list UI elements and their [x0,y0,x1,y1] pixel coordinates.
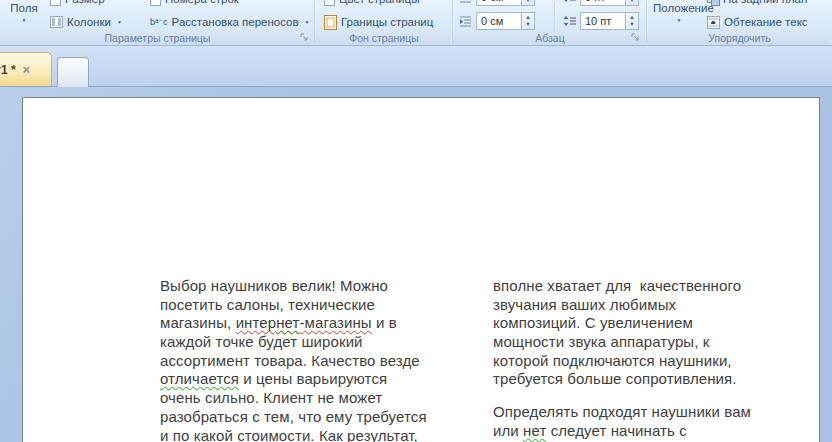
indent-left-spinner[interactable]: 0 см▲▼ [459,11,535,31]
grammar-word: нет [276,314,299,331]
grammar-word: нет [523,422,546,439]
text-line: звучания ваших любимых [493,296,801,315]
indent-icon [459,0,472,3]
chevron-down-icon: ▼ [117,12,122,32]
document-area: Выбор наушников велик! Можнопосетить сал… [0,87,832,442]
text-line: ассортимент товара. Качество везде [160,352,468,371]
spacing-icon [563,15,576,27]
size-button[interactable]: Размер [50,0,105,9]
text-line: и по какой стоимости. Как результат, [160,427,468,442]
page-borders-button[interactable]: Границы страниц [324,12,433,32]
document-tab-bar: т1 * × [0,46,832,87]
new-document-tab[interactable] [57,57,89,87]
chevron-down-icon: ▼ [653,17,705,23]
hyphenation-button[interactable]: bᵃ⁻c Расстановка переносов ▼ [150,12,310,32]
spacing-after-spinner[interactable]: 10 пт▲▼ [563,11,639,31]
ribbon-group-page-setup: Поля ▼ Размер Колонки ▼ Номера строк [0,0,315,45]
grammar-word: отличается [160,370,239,387]
text-column-left[interactable]: Выбор наушников велик! Можнопосетить сал… [160,277,468,442]
page-borders-icon [324,15,337,30]
text-column-right[interactable]: вполне хватает для качественногозвучания… [493,277,801,442]
indent-icon [459,15,472,27]
ribbon-group-paragraph: 0 см▲▼ 0 см▲▼ 0 пт▲▼ [453,0,647,45]
group-label-page-setup: Параметры страницы [0,32,315,44]
send-to-back-icon [707,0,719,4]
line-numbers-icon [150,0,161,6]
spinner-arrows[interactable]: ▲▼ [625,13,638,29]
paragraph: Определять подходят наушники вамили нет … [493,403,801,442]
spinner-arrows[interactable]: ▲▼ [521,13,534,29]
spin-up-icon: ▲ [626,14,638,21]
text-line: Определять подходят наушники вам [493,403,801,422]
close-icon[interactable]: × [23,62,31,77]
spin-down-icon: ▼ [626,21,638,28]
group-label-paragraph: Абзац [453,32,647,44]
spin-down-icon: ▼ [522,21,534,28]
paragraph: вполне хватает для качественногозвучания… [493,277,801,389]
group-label-arrange: Упорядочить [647,32,832,44]
indent-value: 0 см [477,13,521,29]
document-tab-active[interactable]: т1 * × [0,52,52,86]
spacing-icon [563,0,576,3]
text-line: или нет следует начинать с [493,422,801,441]
text-line: каждой точке будет широкий [160,333,468,352]
group-label-page-background: Фон страницы [315,32,453,44]
paragraph: Выбор наушников велик! Можнопосетить сал… [160,277,468,442]
margins-label: Поля [10,2,37,14]
dialog-launcher-icon[interactable] [300,33,309,42]
text-line: отличается и цены варьируются [160,370,468,389]
text-line: разобраться с тем, что ему требуется [160,408,468,427]
text-line: очень сильно. Клиент не может [160,389,468,408]
text-wrapping-button[interactable]: Обтекание текс [707,12,808,32]
columns-button[interactable]: Колонки ▼ [50,12,122,32]
text-line: требуется больше сопротивления. [493,370,801,389]
text-line: вполне хватает для качественного [493,277,801,296]
ribbon-group-page-background: Цвет страницы Границы страниц Фон страни… [315,0,453,45]
text-wrapping-icon [707,16,720,29]
indent-left-spinner-cut[interactable]: 0 см▲▼ [459,0,535,7]
page-size-icon [50,0,61,6]
text-line: магазины, интернет-магазины и в [160,314,468,333]
hyphenation-icon: bᵃ⁻c [150,17,168,27]
dialog-launcher-icon[interactable] [631,33,640,42]
spacing-value: 10 пт [581,13,625,29]
tab-label: т1 * [0,63,16,77]
send-to-back-button[interactable]: На задний план [707,0,807,9]
text-line: посетить салоны, технические [160,296,468,315]
misspelled-word: интернет-магазины [236,314,372,331]
text-line: мощности звука аппаратуры, к [493,333,801,352]
text-line: которой подключаются наушники, [493,352,801,371]
margins-button[interactable]: Поля ▼ [4,2,44,23]
spin-down-icon: ▼ [522,0,534,4]
ribbon: Поля ▼ Размер Колонки ▼ Номера строк [0,0,832,46]
position-button[interactable]: Положение ▼ [653,2,705,23]
group-inner-divider [554,2,555,32]
chevron-down-icon: ▼ [305,12,310,32]
word-page-layout-window: Поля ▼ Размер Колонки ▼ Номера строк [0,0,832,442]
spacing-after-spinner-cut[interactable]: 0 пт▲▼ [563,0,639,7]
chevron-down-icon: ▼ [4,17,44,23]
position-label: Положение [653,2,714,14]
text-line: Выбор наушников велик! Можно [160,277,468,296]
document-page[interactable]: Выбор наушников велик! Можнопосетить сал… [22,97,820,442]
line-numbers-button[interactable]: Номера строк [150,0,239,9]
ribbon-group-arrange: Положение ▼ На задний план Обтекание тек… [647,0,832,45]
text-line: композиций. С увеличением [493,314,801,333]
page-color-icon [324,0,335,6]
page-color-button[interactable]: Цвет страницы [324,0,419,9]
columns-icon [50,16,63,28]
spin-up-icon: ▲ [522,14,534,21]
spin-down-icon: ▼ [626,0,638,4]
